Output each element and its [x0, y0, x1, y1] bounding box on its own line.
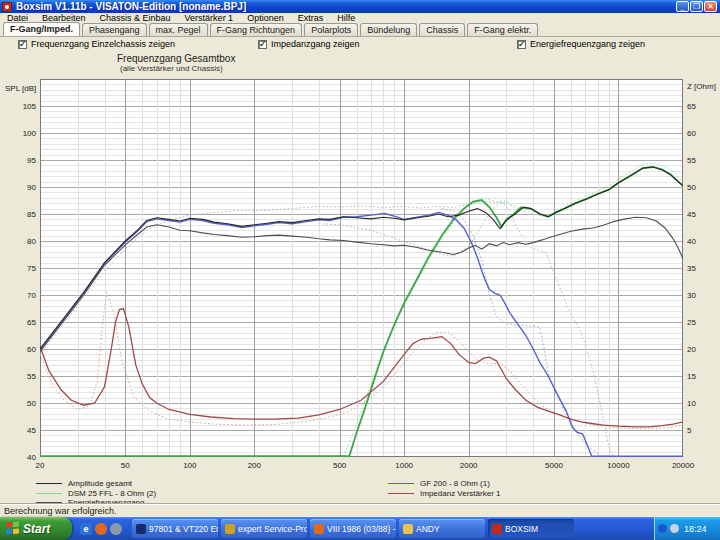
- chart-plot-area: [40, 79, 683, 457]
- taskbar-clock: 18:24: [684, 524, 707, 534]
- restore-button[interactable]: ❐: [690, 1, 703, 12]
- taskbar-task-andy[interactable]: ANDY: [399, 519, 485, 538]
- spl-tick-85: 85: [10, 210, 36, 219]
- minimize-button[interactable]: _: [676, 1, 689, 12]
- tab-chassis[interactable]: Chassis: [419, 23, 465, 36]
- tab-f-gang-imped[interactable]: F-Gang/Imped.: [3, 22, 80, 36]
- spl-tick-65: 65: [10, 318, 36, 327]
- z-tick-50: 50: [687, 183, 713, 192]
- taskbar-task-expert-service-progr[interactable]: expert Service-Progr...: [221, 519, 307, 538]
- firefox-icon[interactable]: [95, 523, 107, 535]
- taskbar: Start e 97801 & VT220 Emula...expert Ser…: [0, 517, 720, 540]
- freq-tick-20000: 20000: [663, 461, 703, 470]
- menu-item-hilfe[interactable]: Hilfe: [330, 13, 362, 23]
- chart-subtitle: (alle Verstärker und Chassis): [120, 64, 223, 73]
- legend-label: Amplitude gesamt: [68, 479, 132, 488]
- menu-item-chassis-einbau[interactable]: Chassis & Einbau: [93, 13, 178, 23]
- menu-item-optionen[interactable]: Optionen: [240, 13, 291, 23]
- z-tick-55: 55: [687, 156, 713, 165]
- spl-tick-55: 55: [10, 372, 36, 381]
- checkbox-label: Energiefrequenzgang zeigen: [530, 39, 645, 49]
- windows-flag-icon: [6, 522, 19, 536]
- y-axis-right-label: Z [Ohm]: [687, 82, 716, 91]
- freq-tick-100: 100: [170, 461, 210, 470]
- task-label: BOXSIM: [505, 524, 538, 534]
- checkbox-box[interactable]: [258, 40, 267, 49]
- z-tick-35: 35: [687, 264, 713, 273]
- system-tray: 18:24: [654, 517, 720, 540]
- taskbar-task-viii-1986-03-88-w[interactable]: VIII 1986 (03/88) - W...: [310, 519, 396, 538]
- app-launcher-icon[interactable]: [110, 523, 122, 535]
- tab-f-gang-elektr[interactable]: F-Gang elektr.: [467, 23, 538, 36]
- close-button[interactable]: ✕: [704, 1, 717, 12]
- taskbar-task-97801-vt220-emula[interactable]: 97801 & VT220 Emula...: [132, 519, 218, 538]
- spl-tick-70: 70: [10, 291, 36, 300]
- start-button[interactable]: Start: [0, 517, 72, 540]
- z-tick-40: 40: [687, 237, 713, 246]
- quick-launch: e: [76, 517, 128, 540]
- menu-item-datei[interactable]: Datei: [0, 13, 35, 23]
- folder-icon: [403, 524, 413, 534]
- z-tick-65: 65: [687, 102, 713, 111]
- freq-tick-200: 200: [234, 461, 274, 470]
- spl-tick-95: 95: [10, 156, 36, 165]
- z-tick-5: 5: [687, 426, 713, 435]
- legend-line-sample: [36, 493, 62, 494]
- spl-tick-90: 90: [10, 183, 36, 192]
- z-tick-10: 10: [687, 399, 713, 408]
- task-label: expert Service-Progr...: [238, 524, 307, 534]
- ie-icon[interactable]: e: [80, 523, 92, 535]
- menu-item-bearbeiten[interactable]: Bearbeiten: [35, 13, 93, 23]
- checkbox-frequenzgang-einzelchassis-zeigen[interactable]: Frequenzgang Einzelchassis zeigen: [18, 39, 175, 49]
- legend-line-sample: [388, 483, 414, 484]
- legend-item-dsm-25-ffl-8-ohm-2: DSM 25 FFL - 8 Ohm (2): [36, 489, 156, 498]
- checkbox-energiefrequenzgang-zeigen[interactable]: Energiefrequenzgang zeigen: [517, 39, 645, 49]
- tab-phasengang[interactable]: Phasengang: [82, 23, 147, 36]
- tray-app-icon[interactable]: [670, 524, 679, 533]
- legend-label: GF 200 - 8 Ohm (1): [420, 479, 490, 488]
- tab-f-gang-richtungen[interactable]: F-Gang Richtungen: [210, 23, 303, 36]
- legend-item-gf-200-8-ohm-1: GF 200 - 8 Ohm (1): [388, 479, 490, 488]
- spl-tick-100: 100: [10, 129, 36, 138]
- spl-tick-75: 75: [10, 264, 36, 273]
- freq-tick-5000: 5000: [534, 461, 574, 470]
- app-icon: [225, 524, 235, 534]
- menu-item-verstärker-1[interactable]: Verstärker 1: [178, 13, 241, 23]
- menu-item-extras[interactable]: Extras: [291, 13, 331, 23]
- chart-title: Frequenzgang Gesamtbox: [117, 53, 235, 64]
- z-tick-25: 25: [687, 318, 713, 327]
- tab-bündelung[interactable]: Bündelung: [360, 23, 417, 36]
- freq-tick-1000: 1000: [384, 461, 424, 470]
- checkbox-box[interactable]: [18, 40, 27, 49]
- legend-item-impedanz-verstärker-1: Impedanz Verstärker 1: [388, 489, 500, 498]
- legend-label: Impedanz Verstärker 1: [420, 489, 500, 498]
- firefox-icon: [314, 524, 324, 534]
- task-label: 97801 & VT220 Emula...: [149, 524, 218, 534]
- start-label: Start: [23, 522, 50, 536]
- checkbox-impedanzgang-zeigen[interactable]: Impedanzgang zeigen: [258, 39, 360, 49]
- spl-tick-80: 80: [10, 237, 36, 246]
- y-axis-left-label: SPL [dB]: [5, 84, 36, 93]
- task-label: VIII 1986 (03/88) - W...: [327, 524, 396, 534]
- status-bar: Berechnung war erfolgreich.: [0, 504, 720, 517]
- freq-tick-2000: 2000: [449, 461, 489, 470]
- freq-tick-20: 20: [20, 461, 60, 470]
- taskbar-task-boxsim[interactable]: BOXSIM: [488, 519, 574, 538]
- legend-line-sample: [388, 493, 414, 494]
- legend-label: DSM 25 FFL - 8 Ohm (2): [68, 489, 156, 498]
- status-text: Berechnung war erfolgreich.: [4, 506, 117, 516]
- terminal-icon: [136, 524, 146, 534]
- z-tick-45: 45: [687, 210, 713, 219]
- tab-polarplots[interactable]: Polarplots: [304, 23, 358, 36]
- checkbox-box[interactable]: [517, 40, 526, 49]
- spl-tick-45: 45: [10, 426, 36, 435]
- tab-max-pegel[interactable]: max. Pegel: [149, 23, 208, 36]
- z-tick-20: 20: [687, 345, 713, 354]
- title-bar[interactable]: Boxsim V1.11b - VISATON-Edition [noname.…: [0, 0, 720, 13]
- boxsim-app-icon: [2, 2, 12, 12]
- series-impedanz: [40, 309, 683, 427]
- spl-tick-50: 50: [10, 399, 36, 408]
- checkbox-label: Impedanzgang zeigen: [271, 39, 360, 49]
- task-label: ANDY: [416, 524, 440, 534]
- hide-icons-chevron-icon[interactable]: [658, 524, 667, 533]
